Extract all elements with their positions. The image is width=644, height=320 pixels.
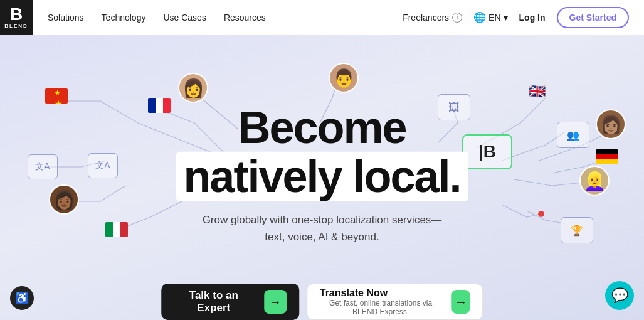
chat-button[interactable]: 💬 (605, 281, 634, 310)
logo-box: B BLEND (0, 0, 33, 35)
logo-brand: BLEND (4, 23, 28, 29)
accessibility-button[interactable]: ♿ (10, 286, 34, 310)
translate-icon-midleft: 文A (88, 153, 118, 178)
nav-technology[interactable]: Technology (102, 13, 146, 23)
avatar-top-right: 👩🏽 (596, 109, 626, 139)
flag-france (148, 98, 171, 113)
cta-row: Talk to an Expert → Translate Now Get fa… (161, 284, 483, 320)
translate-text-block: Translate Now Get fast, online translati… (320, 287, 442, 316)
translate-icon-topleft: 文A (28, 154, 58, 179)
nav-use-cases[interactable]: Use Cases (163, 13, 206, 23)
get-started-button[interactable]: Get Started (557, 7, 629, 28)
flag-uk: 🇬🇧 (529, 84, 551, 99)
avatar-right-blonde: 👱‍♀️ (579, 166, 610, 196)
language-selector[interactable]: 🌐 EN ▾ (473, 11, 507, 23)
red-dot (538, 211, 544, 217)
flag-italy (105, 222, 128, 237)
hero-content: Become natively local. Grow globally wit… (176, 104, 468, 246)
person-grid-icon: 👥 (557, 122, 589, 148)
nav-links: Solutions Technology Use Cases Resources (48, 13, 266, 23)
translate-now-button[interactable]: Translate Now Get fast, online translati… (307, 284, 483, 320)
talk-to-expert-button[interactable]: Talk to an Expert → (161, 284, 299, 320)
chat-icon: 💬 (611, 287, 628, 304)
nav-right: Freelancers i 🌐 EN ▾ Log In Get Started (403, 7, 629, 28)
talk-to-expert-label: Talk to an Expert (174, 289, 254, 314)
navbar: B BLEND Solutions Technology Use Cases R… (0, 0, 644, 35)
avatar-top-left: 👩 (178, 73, 208, 103)
award-icon-right: 🏆 (561, 217, 593, 243)
avatar-top-center: 👨 (329, 63, 359, 93)
translate-arrow-icon: → (452, 290, 470, 314)
chevron-down-icon: ▾ (504, 13, 508, 23)
translate-subtitle: Get fast, online translations via BLEND … (320, 299, 442, 316)
blend-b-logo: |B (478, 142, 496, 162)
nav-resources[interactable]: Resources (224, 13, 266, 23)
logo-letter: B (10, 6, 23, 23)
avatar-left: 👩🏾 (49, 184, 79, 215)
info-icon[interactable]: i (452, 13, 462, 23)
hero-subtitle: Grow globally with one-stop localization… (176, 211, 468, 245)
hero-title-line1: Become (176, 104, 468, 152)
nav-freelancers[interactable]: Freelancers i (403, 13, 462, 23)
globe-icon: 🌐 (473, 11, 486, 23)
accessibility-icon: ♿ (15, 291, 29, 305)
hero-section: ★ 文A 文A 👩🏾 👨 👩 (0, 35, 644, 320)
flag-china: ★ (45, 88, 68, 104)
login-button[interactable]: Log In (519, 13, 546, 23)
hero-title-line2: natively local. (176, 151, 468, 201)
flag-germany (596, 149, 618, 164)
translate-title: Translate Now (320, 287, 388, 299)
arrow-icon: → (264, 290, 287, 314)
blend-logo-float: |B (462, 134, 512, 169)
nav-solutions[interactable]: Solutions (48, 13, 84, 23)
